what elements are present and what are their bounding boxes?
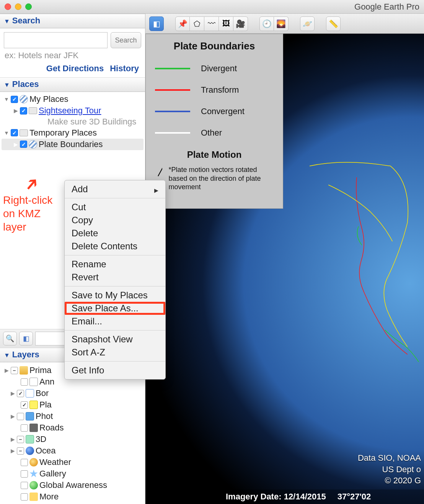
- checkbox[interactable]: [17, 413, 24, 420]
- checkbox[interactable]: [21, 493, 28, 501]
- window-title: Google Earth Pro: [354, 0, 419, 13]
- places-search-icon[interactable]: 🔍: [3, 332, 17, 345]
- layers-places[interactable]: Pla: [39, 400, 52, 410]
- window-minimize-button[interactable]: [15, 3, 21, 10]
- places-temporary[interactable]: Temporary Places: [29, 128, 97, 138]
- earth-icon: [20, 95, 28, 103]
- folder-icon: [20, 129, 28, 136]
- ctx-snapshot-view[interactable]: Snapshot View: [65, 333, 165, 346]
- checkbox[interactable]: [17, 447, 24, 455]
- panel-header-places[interactable]: Places: [0, 77, 145, 92]
- layers-weather[interactable]: Weather: [39, 457, 71, 467]
- checkbox[interactable]: [17, 390, 24, 397]
- history-link[interactable]: History: [110, 64, 139, 74]
- ctx-get-info[interactable]: Get Info: [65, 364, 165, 377]
- legend-title: Plate Boundaries: [155, 40, 274, 52]
- disclosure-icon[interactable]: ▶: [10, 413, 15, 419]
- checkbox[interactable]: [21, 378, 28, 386]
- search-input[interactable]: [4, 32, 108, 48]
- window-close-button[interactable]: [5, 3, 11, 10]
- places-my-places[interactable]: My Places: [29, 94, 68, 104]
- checkbox[interactable]: [11, 96, 18, 103]
- checkbox[interactable]: [21, 470, 28, 478]
- checkbox[interactable]: [21, 401, 28, 409]
- disclosure-icon[interactable]: ▶: [10, 448, 15, 454]
- toolbar-sidebar-icon[interactable]: ◧: [149, 16, 164, 31]
- layers-primary[interactable]: Prima: [29, 365, 51, 375]
- toolbar-path-icon[interactable]: 〰: [204, 16, 219, 31]
- disclosure-icon: [4, 79, 10, 89]
- panel-title: Search: [12, 16, 40, 26]
- layers-gallery[interactable]: Gallery: [39, 469, 66, 479]
- legend-label-other: Other: [201, 128, 222, 138]
- legend-panel: Plate Boundaries Divergent Transform Con…: [145, 34, 283, 209]
- weather-icon: [29, 458, 38, 466]
- places-panel-icon[interactable]: ◧: [19, 332, 33, 345]
- toolbar-sunlight-icon[interactable]: 🌄: [274, 16, 289, 31]
- toolbar-tour-icon[interactable]: 🎥: [233, 16, 248, 31]
- ctx-save-to-my-places[interactable]: Save to My Places: [65, 289, 165, 302]
- layers-photos[interactable]: Phot: [36, 411, 53, 421]
- ctx-save-place-as[interactable]: Save Place As...: [65, 302, 165, 315]
- map-overlay: [287, 37, 424, 504]
- map-viewport[interactable]: ◧ 📌 ⬠ 〰 🖼 🎥 🕘 🌄 🪐 📏 Plate Boundaries: [145, 14, 424, 504]
- checkbox[interactable]: [21, 424, 28, 432]
- ctx-email[interactable]: Email...: [65, 315, 165, 328]
- ctx-sort-az[interactable]: Sort A-Z: [65, 346, 165, 359]
- checkbox[interactable]: [20, 107, 27, 115]
- viewport-toolbar: ◧ 📌 ⬠ 〰 🖼 🎥 🕘 🌄 🪐 📏: [145, 14, 424, 34]
- disclosure-icon[interactable]: ▶: [4, 367, 9, 373]
- toolbar-historical-icon[interactable]: 🕘: [259, 16, 274, 31]
- panel-header-search[interactable]: Search: [0, 14, 145, 28]
- legend-label-divergent: Divergent: [201, 64, 237, 74]
- layers-global-awareness[interactable]: Global Awareness: [39, 480, 107, 490]
- borders-icon: [26, 389, 34, 398]
- imagery-date-value: 12/14/2015: [284, 492, 326, 501]
- photos-icon: [26, 412, 34, 421]
- toolbar-ruler-icon[interactable]: 📏: [326, 16, 341, 31]
- layers-ocean[interactable]: Ocea: [36, 446, 56, 456]
- legend-note: *Plate motion vectors rotated based on t…: [168, 165, 274, 191]
- layers-3d[interactable]: 3D: [36, 434, 46, 444]
- toolbar-planets-icon[interactable]: 🪐: [300, 16, 315, 31]
- disclosure-icon[interactable]: ▶: [13, 108, 18, 114]
- checkbox[interactable]: [11, 367, 18, 374]
- disclosure-icon[interactable]: ▶: [13, 141, 18, 147]
- layers-announcements[interactable]: Ann: [39, 377, 54, 387]
- disclosure-icon[interactable]: ▶: [10, 436, 15, 442]
- toolbar-placemark-icon[interactable]: 📌: [175, 16, 190, 31]
- ctx-revert[interactable]: Revert: [65, 271, 165, 284]
- ctx-add[interactable]: Add: [65, 183, 165, 196]
- toolbar-image-overlay-icon[interactable]: 🖼: [219, 16, 233, 31]
- ctx-rename[interactable]: Rename: [65, 258, 165, 271]
- ocean-icon: [26, 447, 34, 455]
- layers-roads[interactable]: Roads: [39, 423, 64, 433]
- window-zoom-button[interactable]: [25, 3, 32, 10]
- disclosure-icon[interactable]: ▼: [4, 130, 9, 136]
- layers-borders[interactable]: Bor: [36, 388, 49, 398]
- toolbar-polygon-icon[interactable]: ⬠: [190, 16, 204, 31]
- folder-icon: [29, 107, 37, 114]
- more-icon: [29, 493, 38, 501]
- checkbox[interactable]: [11, 129, 18, 136]
- roads-icon: [29, 424, 38, 432]
- ctx-cut[interactable]: Cut: [65, 201, 165, 214]
- get-directions-link[interactable]: Get Directions: [46, 64, 104, 74]
- 3d-icon: [26, 435, 34, 443]
- disclosure-icon[interactable]: ▼: [4, 96, 9, 102]
- checkbox[interactable]: [21, 459, 28, 466]
- search-button[interactable]: Search: [111, 32, 141, 48]
- disclosure-icon: [4, 350, 10, 360]
- disclosure-icon[interactable]: ▶: [10, 390, 15, 396]
- layers-more[interactable]: More: [39, 492, 59, 502]
- ctx-delete[interactable]: Delete: [65, 227, 165, 240]
- places-plate-boundaries[interactable]: Plate Boundaries: [39, 139, 103, 149]
- checkbox[interactable]: [17, 436, 24, 443]
- titlebar: Google Earth Pro: [0, 0, 424, 14]
- ctx-delete-contents[interactable]: Delete Contents: [65, 240, 165, 253]
- places-sightseeing-link[interactable]: Sightseeing Tour: [39, 106, 101, 116]
- checkbox[interactable]: [20, 141, 27, 148]
- checkbox[interactable]: [21, 482, 28, 489]
- ctx-copy[interactable]: Copy: [65, 214, 165, 227]
- legend-label-convergent: Convergent: [201, 106, 245, 116]
